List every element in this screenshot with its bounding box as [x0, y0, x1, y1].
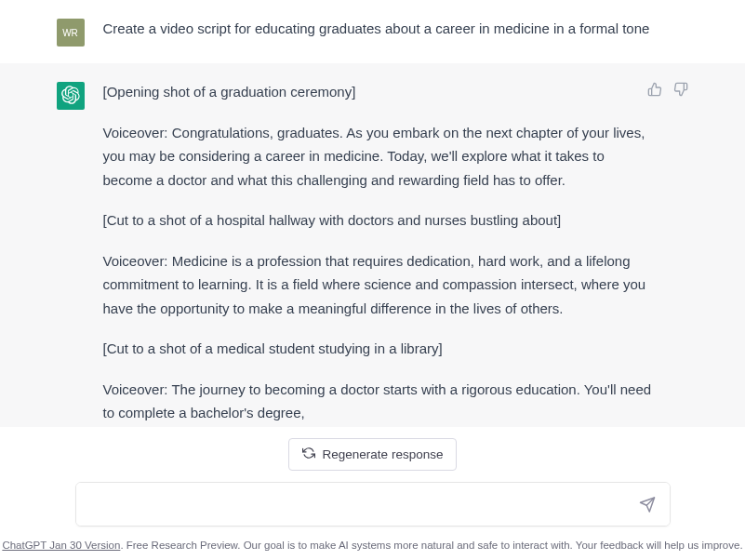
version-link[interactable]: ChatGPT Jan 30 Version	[2, 540, 120, 551]
thumbs-down-button[interactable]	[672, 82, 689, 99]
footer-disclaimer: ChatGPT Jan 30 Version. Free Research Pr…	[2, 540, 742, 551]
assistant-paragraph: [Opening shot of a graduation ceremony]	[103, 80, 652, 104]
assistant-paragraph: Voiceover: The journey to becoming a doc…	[103, 378, 652, 425]
refresh-icon	[302, 447, 315, 462]
user-initials: WR	[62, 28, 78, 38]
send-button[interactable]	[635, 493, 659, 520]
chat-input[interactable]	[75, 482, 671, 527]
regenerate-button[interactable]: Regenerate response	[288, 438, 458, 471]
feedback-controls	[646, 82, 689, 99]
assistant-paragraph: Voiceover: Congratulations, graduates. A…	[103, 121, 652, 193]
assistant-avatar	[57, 82, 85, 110]
thumbs-up-icon	[647, 82, 662, 100]
assistant-message-content: [Opening shot of a graduation ceremony] …	[103, 80, 689, 425]
user-prompt-text: Create a video script for educating grad…	[103, 20, 650, 36]
assistant-message-row: [Opening shot of a graduation ceremony] …	[0, 63, 745, 437]
user-message-content: Create a video script for educating grad…	[103, 17, 689, 47]
thumbs-up-button[interactable]	[646, 82, 663, 99]
assistant-paragraph: [Cut to a shot of a hospital hallway wit…	[103, 208, 652, 233]
send-icon	[639, 497, 656, 516]
conversation-scroll: WR Create a video script for educating g…	[0, 0, 745, 437]
user-message-row: WR Create a video script for educating g…	[0, 0, 745, 63]
openai-icon	[61, 86, 80, 106]
assistant-paragraph: [Cut to a shot of a medical student stud…	[103, 337, 652, 361]
bottom-panel: Regenerate response ChatGPT Jan 30 Versi…	[0, 427, 745, 560]
assistant-paragraph: Voiceover: Medicine is a profession that…	[103, 249, 652, 321]
conversation: WR Create a video script for educating g…	[0, 0, 745, 437]
regenerate-label: Regenerate response	[323, 447, 444, 461]
chat-input-wrap	[75, 482, 671, 530]
footer-text: . Free Research Preview. Our goal is to …	[120, 540, 742, 551]
thumbs-down-icon	[673, 82, 688, 100]
user-avatar: WR	[57, 19, 85, 47]
